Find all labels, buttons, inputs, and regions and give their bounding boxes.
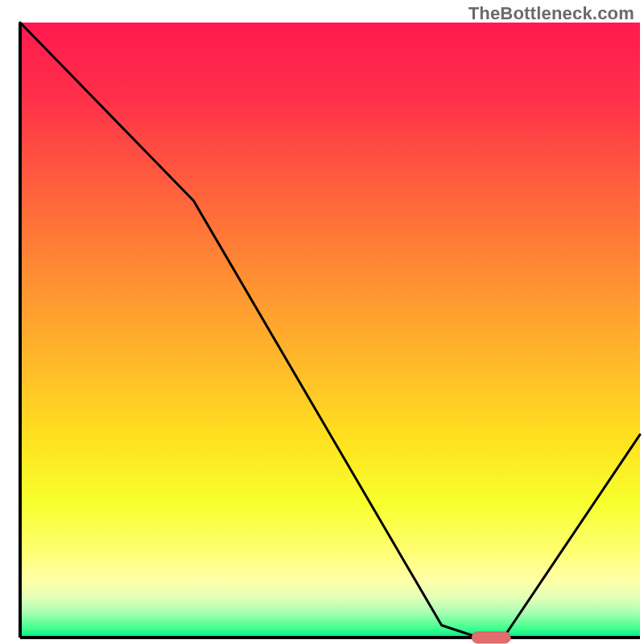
bottleneck-chart <box>0 0 644 644</box>
optimal-marker <box>472 632 510 643</box>
chart-container: TheBottleneck.com <box>0 0 644 644</box>
plot-gradient-background <box>20 23 640 638</box>
